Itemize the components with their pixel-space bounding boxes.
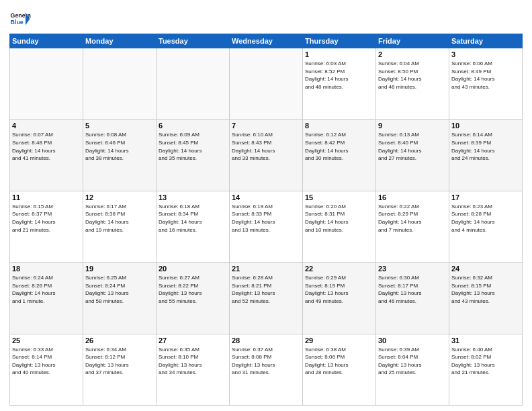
day-info: Sunrise: 6:30 AM Sunset: 8:17 PM Dayligh… bbox=[378, 274, 447, 305]
calendar-cell: 13Sunrise: 6:18 AM Sunset: 8:34 PM Dayli… bbox=[157, 191, 230, 262]
day-of-week-header: Wednesday bbox=[230, 34, 303, 48]
day-info: Sunrise: 6:10 AM Sunset: 8:43 PM Dayligh… bbox=[232, 131, 300, 162]
svg-text:Blue: Blue bbox=[11, 19, 24, 26]
day-number: 2 bbox=[378, 50, 447, 58]
day-info: Sunrise: 6:07 AM Sunset: 8:48 PM Dayligh… bbox=[12, 131, 81, 162]
day-number: 13 bbox=[159, 193, 227, 201]
day-of-week-header: Friday bbox=[376, 34, 449, 48]
day-info: Sunrise: 6:38 AM Sunset: 8:06 PM Dayligh… bbox=[305, 346, 373, 377]
day-info: Sunrise: 6:24 AM Sunset: 8:26 PM Dayligh… bbox=[12, 274, 81, 305]
calendar-cell: 2Sunrise: 6:04 AM Sunset: 8:50 PM Daylig… bbox=[376, 48, 449, 120]
header: General Blue bbox=[9, 8, 523, 30]
day-number: 10 bbox=[451, 122, 520, 130]
calendar-cell: 30Sunrise: 6:39 AM Sunset: 8:04 PM Dayli… bbox=[376, 334, 449, 405]
calendar-cell: 12Sunrise: 6:17 AM Sunset: 8:36 PM Dayli… bbox=[83, 191, 157, 262]
logo-icon: General Blue bbox=[9, 8, 31, 30]
calendar-cell: 6Sunrise: 6:09 AM Sunset: 8:45 PM Daylig… bbox=[157, 120, 230, 191]
day-of-week-header: Tuesday bbox=[157, 34, 230, 48]
calendar-cell: 4Sunrise: 6:07 AM Sunset: 8:48 PM Daylig… bbox=[10, 120, 83, 191]
day-info: Sunrise: 6:29 AM Sunset: 8:19 PM Dayligh… bbox=[305, 274, 373, 305]
day-info: Sunrise: 6:20 AM Sunset: 8:31 PM Dayligh… bbox=[305, 203, 373, 234]
day-number: 22 bbox=[305, 265, 373, 273]
calendar-cell: 18Sunrise: 6:24 AM Sunset: 8:26 PM Dayli… bbox=[10, 263, 83, 334]
day-info: Sunrise: 6:37 AM Sunset: 8:08 PM Dayligh… bbox=[232, 346, 300, 377]
day-number: 30 bbox=[378, 336, 447, 345]
day-number: 1 bbox=[305, 50, 373, 58]
day-info: Sunrise: 6:14 AM Sunset: 8:39 PM Dayligh… bbox=[451, 131, 520, 162]
page: General Blue SundayMondayTuesdayWednesda… bbox=[0, 0, 532, 411]
day-number: 28 bbox=[232, 336, 300, 345]
day-info: Sunrise: 6:15 AM Sunset: 8:37 PM Dayligh… bbox=[12, 203, 81, 234]
day-number: 11 bbox=[12, 193, 81, 201]
day-info: Sunrise: 6:22 AM Sunset: 8:29 PM Dayligh… bbox=[378, 203, 447, 234]
day-of-week-header: Sunday bbox=[10, 34, 83, 48]
day-info: Sunrise: 6:33 AM Sunset: 8:14 PM Dayligh… bbox=[12, 346, 81, 377]
day-number: 31 bbox=[451, 336, 520, 345]
calendar-cell: 1Sunrise: 6:03 AM Sunset: 8:52 PM Daylig… bbox=[303, 48, 376, 120]
day-number: 25 bbox=[12, 336, 81, 345]
day-number: 15 bbox=[305, 193, 373, 201]
calendar-cell bbox=[83, 48, 157, 120]
day-number: 21 bbox=[232, 265, 300, 273]
calendar-cell: 11Sunrise: 6:15 AM Sunset: 8:37 PM Dayli… bbox=[10, 191, 83, 262]
day-number: 6 bbox=[159, 122, 227, 130]
calendar-cell: 8Sunrise: 6:12 AM Sunset: 8:42 PM Daylig… bbox=[303, 120, 376, 191]
calendar-cell: 3Sunrise: 6:06 AM Sunset: 8:49 PM Daylig… bbox=[449, 48, 523, 120]
calendar-cell bbox=[230, 48, 303, 120]
day-number: 8 bbox=[305, 122, 373, 130]
day-of-week-header: Saturday bbox=[449, 34, 523, 48]
calendar-cell: 17Sunrise: 6:23 AM Sunset: 8:28 PM Dayli… bbox=[449, 191, 523, 262]
day-number: 12 bbox=[85, 193, 154, 201]
day-number: 18 bbox=[12, 265, 81, 273]
calendar-cell: 20Sunrise: 6:27 AM Sunset: 8:22 PM Dayli… bbox=[157, 263, 230, 334]
day-info: Sunrise: 6:25 AM Sunset: 8:24 PM Dayligh… bbox=[85, 274, 154, 305]
day-number: 17 bbox=[451, 193, 520, 201]
day-info: Sunrise: 6:39 AM Sunset: 8:04 PM Dayligh… bbox=[378, 346, 447, 377]
calendar-cell: 27Sunrise: 6:35 AM Sunset: 8:10 PM Dayli… bbox=[157, 334, 230, 405]
day-of-week-header: Thursday bbox=[303, 34, 376, 48]
calendar-cell: 24Sunrise: 6:32 AM Sunset: 8:15 PM Dayli… bbox=[449, 263, 523, 334]
calendar-cell: 5Sunrise: 6:08 AM Sunset: 8:46 PM Daylig… bbox=[83, 120, 157, 191]
day-info: Sunrise: 6:17 AM Sunset: 8:36 PM Dayligh… bbox=[85, 203, 154, 234]
day-number: 24 bbox=[451, 265, 520, 273]
day-number: 4 bbox=[12, 122, 81, 130]
calendar-cell: 21Sunrise: 6:28 AM Sunset: 8:21 PM Dayli… bbox=[230, 263, 303, 334]
day-info: Sunrise: 6:34 AM Sunset: 8:12 PM Dayligh… bbox=[85, 346, 154, 377]
calendar-table: SundayMondayTuesdayWednesdayThursdayFrid… bbox=[9, 34, 523, 406]
day-info: Sunrise: 6:13 AM Sunset: 8:40 PM Dayligh… bbox=[378, 131, 447, 162]
day-number: 29 bbox=[305, 336, 373, 345]
day-number: 3 bbox=[451, 50, 520, 58]
calendar-cell: 16Sunrise: 6:22 AM Sunset: 8:29 PM Dayli… bbox=[376, 191, 449, 262]
calendar-cell: 31Sunrise: 6:40 AM Sunset: 8:02 PM Dayli… bbox=[449, 334, 523, 405]
calendar-cell: 25Sunrise: 6:33 AM Sunset: 8:14 PM Dayli… bbox=[10, 334, 83, 405]
day-number: 16 bbox=[378, 193, 447, 201]
day-info: Sunrise: 6:03 AM Sunset: 8:52 PM Dayligh… bbox=[305, 60, 373, 91]
day-number: 7 bbox=[232, 122, 300, 130]
day-info: Sunrise: 6:40 AM Sunset: 8:02 PM Dayligh… bbox=[451, 346, 520, 377]
day-of-week-header: Monday bbox=[83, 34, 157, 48]
calendar-cell: 29Sunrise: 6:38 AM Sunset: 8:06 PM Dayli… bbox=[303, 334, 376, 405]
calendar-cell: 19Sunrise: 6:25 AM Sunset: 8:24 PM Dayli… bbox=[83, 263, 157, 334]
day-number: 23 bbox=[378, 265, 447, 273]
day-info: Sunrise: 6:27 AM Sunset: 8:22 PM Dayligh… bbox=[159, 274, 227, 305]
day-info: Sunrise: 6:35 AM Sunset: 8:10 PM Dayligh… bbox=[159, 346, 227, 377]
day-number: 26 bbox=[85, 336, 154, 345]
calendar-cell: 26Sunrise: 6:34 AM Sunset: 8:12 PM Dayli… bbox=[83, 334, 157, 405]
day-number: 20 bbox=[159, 265, 227, 273]
day-info: Sunrise: 6:28 AM Sunset: 8:21 PM Dayligh… bbox=[232, 274, 300, 305]
calendar-cell: 9Sunrise: 6:13 AM Sunset: 8:40 PM Daylig… bbox=[376, 120, 449, 191]
day-number: 14 bbox=[232, 193, 300, 201]
day-info: Sunrise: 6:12 AM Sunset: 8:42 PM Dayligh… bbox=[305, 131, 373, 162]
day-number: 19 bbox=[85, 265, 154, 273]
day-number: 27 bbox=[159, 336, 227, 345]
logo: General Blue bbox=[9, 8, 34, 30]
calendar-cell: 22Sunrise: 6:29 AM Sunset: 8:19 PM Dayli… bbox=[303, 263, 376, 334]
calendar-cell: 7Sunrise: 6:10 AM Sunset: 8:43 PM Daylig… bbox=[230, 120, 303, 191]
day-info: Sunrise: 6:23 AM Sunset: 8:28 PM Dayligh… bbox=[451, 203, 520, 234]
calendar-cell bbox=[10, 48, 83, 120]
day-info: Sunrise: 6:08 AM Sunset: 8:46 PM Dayligh… bbox=[85, 131, 154, 162]
day-number: 9 bbox=[378, 122, 447, 130]
calendar-cell bbox=[157, 48, 230, 120]
calendar-cell: 28Sunrise: 6:37 AM Sunset: 8:08 PM Dayli… bbox=[230, 334, 303, 405]
calendar-cell: 14Sunrise: 6:19 AM Sunset: 8:33 PM Dayli… bbox=[230, 191, 303, 262]
